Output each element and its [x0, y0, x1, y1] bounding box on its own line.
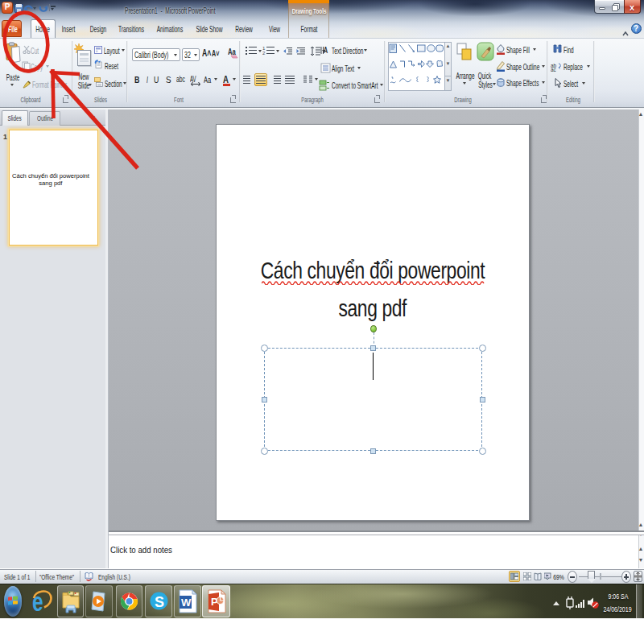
svg-text:ac: ac	[551, 65, 556, 72]
svg-text:Aa: Aa	[228, 47, 236, 57]
svg-text:W: W	[181, 597, 192, 609]
svg-text:S: S	[155, 594, 164, 610]
svg-text:A: A	[324, 46, 328, 55]
